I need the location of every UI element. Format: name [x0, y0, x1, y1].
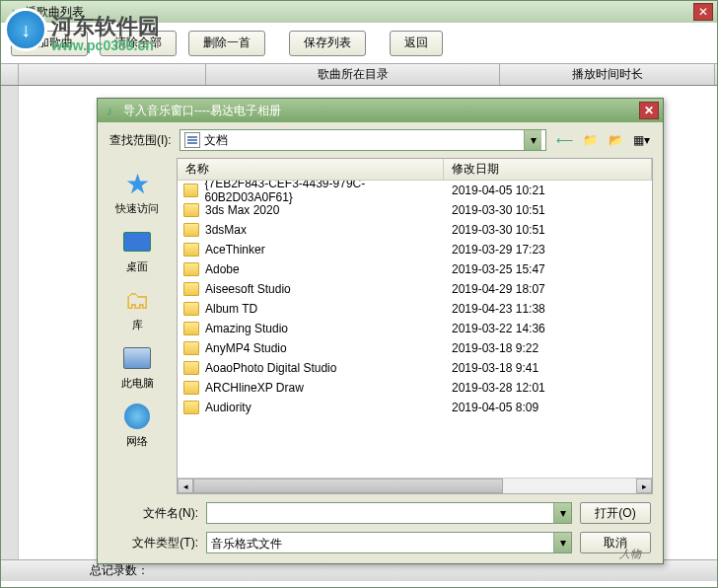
file-row[interactable]: Adobe2019-03-25 15:47 — [178, 259, 652, 279]
file-date: 2019-03-25 15:47 — [444, 262, 652, 276]
file-name: AceThinker — [205, 243, 265, 257]
col-blank[interactable] — [19, 64, 206, 85]
dialog-titlebar: ♪ 导入音乐窗口----易达电子相册 ✕ — [98, 99, 663, 122]
folder-icon — [183, 302, 199, 316]
lookin-value: 文档 — [204, 132, 520, 149]
scroll-right-icon[interactable]: ▸ — [636, 478, 652, 493]
places-sidebar: ★ 快速访问 桌面 🗂 库 此电脑 网络 — [98, 158, 177, 494]
filename-label: 文件名(N): — [109, 505, 198, 522]
file-date: 2019-04-05 10:21 — [444, 184, 652, 197]
folder-icon — [183, 184, 198, 197]
save-list-button[interactable]: 保存列表 — [289, 31, 366, 56]
file-row[interactable]: ARCHlineXP Draw2019-03-28 12:01 — [178, 378, 652, 398]
main-close-button[interactable]: ✕ — [693, 3, 713, 21]
file-date: 2019-03-22 14:36 — [444, 322, 652, 335]
file-rows: {7EB2F843-CEF3-4439-979C-60B2D03A0F61}20… — [178, 181, 652, 478]
open-button[interactable]: 打开(O) — [580, 502, 651, 524]
sidebar-item-network[interactable]: 网络 — [102, 397, 173, 453]
col-duration[interactable]: 播放时间时长 — [500, 64, 715, 85]
file-name: Amazing Studio — [205, 322, 288, 335]
file-name: {7EB2F843-CEF3-4439-979C-60B2D03A0F61} — [204, 181, 444, 204]
library-icon: 🗂 — [121, 284, 153, 316]
scroll-thumb[interactable] — [193, 478, 503, 493]
filetype-dropdown-icon[interactable]: ▾ — [553, 533, 571, 552]
filename-input[interactable]: ▾ — [206, 502, 572, 524]
computer-icon — [121, 342, 153, 374]
total-records-label: 总记录数： — [90, 562, 149, 579]
file-date: 2019-04-05 8:09 — [444, 401, 652, 414]
file-name: ARCHlineXP Draw — [205, 381, 304, 395]
file-date: 2019-03-18 9:41 — [444, 361, 652, 375]
main-titlebar: ♪ 播歌曲列表 ✕ — [1, 1, 717, 23]
file-name: AoaoPhoto Digital Studio — [205, 361, 336, 375]
horizontal-scrollbar[interactable]: ◂ ▸ — [178, 478, 652, 493]
col-index[interactable] — [1, 64, 19, 85]
desktop-icon — [121, 226, 153, 257]
file-name: 3ds Max 2020 — [205, 203, 279, 217]
file-row[interactable]: 3ds Max 20202019-03-30 10:51 — [178, 200, 652, 220]
filename-field[interactable] — [207, 503, 553, 523]
app-icon: ♪ — [5, 4, 21, 20]
chevron-down-icon[interactable]: ▾ — [524, 130, 541, 150]
up-folder-icon[interactable]: 📁 — [580, 130, 600, 150]
scroll-left-icon[interactable]: ◂ — [178, 478, 193, 493]
folder-icon — [183, 243, 199, 257]
file-row[interactable]: Amazing Studio2019-03-22 14:36 — [178, 319, 652, 338]
folder-icon — [183, 401, 199, 414]
new-folder-icon[interactable]: 📂 — [606, 130, 625, 150]
file-date: 2019-03-29 17:23 — [444, 243, 652, 257]
file-date: 2019-03-18 9:22 — [444, 341, 652, 355]
sidebar-item-libraries[interactable]: 🗂 库 — [102, 280, 173, 336]
folder-icon — [183, 381, 199, 395]
file-row[interactable]: {7EB2F843-CEF3-4439-979C-60B2D03A0F61}20… — [178, 181, 652, 200]
main-title: 播歌曲列表 — [25, 4, 84, 21]
col-directory[interactable]: 歌曲所在目录 — [206, 64, 500, 85]
file-open-dialog: ♪ 导入音乐窗口----易达电子相册 ✕ 查找范围(I): 文档 ▾ ⟵ 📁 📂… — [97, 98, 664, 564]
view-menu-icon[interactable]: ▦▾ — [631, 130, 651, 150]
file-row[interactable]: AceThinker2019-03-29 17:23 — [178, 240, 652, 259]
file-name: Aiseesoft Studio — [205, 282, 291, 296]
file-name: Album TD — [205, 302, 257, 316]
folder-icon — [183, 282, 199, 296]
delete-one-button[interactable]: 删除一首 — [188, 31, 265, 56]
sidebar-item-quickaccess[interactable]: ★ 快速访问 — [102, 164, 173, 220]
file-row[interactable]: Aiseesoft Studio2019-04-29 18:07 — [178, 279, 652, 299]
dialog-body: ★ 快速访问 桌面 🗂 库 此电脑 网络 名称 — [98, 158, 663, 494]
dialog-icon: ♪ — [102, 103, 117, 118]
dialog-close-button[interactable]: ✕ — [639, 102, 659, 119]
file-row[interactable]: Album TD2019-04-23 11:38 — [178, 299, 652, 319]
back-nav-icon[interactable]: ⟵ — [554, 130, 574, 150]
sidebar-item-thispc[interactable]: 此电脑 — [102, 338, 173, 395]
file-row[interactable]: AnyMP4 Studio2019-03-18 9:22 — [178, 338, 652, 358]
row-header-stripe — [1, 86, 19, 559]
file-row[interactable]: 3dsMax2019-03-30 10:51 — [178, 220, 652, 240]
file-date: 2019-03-30 10:51 — [444, 203, 652, 217]
lookin-label: 查找范围(I): — [109, 132, 172, 149]
file-name: AnyMP4 Studio — [205, 341, 287, 355]
dialog-title: 导入音乐窗口----易达电子相册 — [123, 103, 281, 119]
file-row[interactable]: AoaoPhoto Digital Studio2019-03-18 9:41 — [178, 358, 652, 378]
file-row[interactable]: Audiority2019-04-05 8:09 — [178, 398, 652, 417]
sidebar-item-desktop[interactable]: 桌面 — [102, 222, 173, 278]
add-song-button[interactable]: 添加歌曲 — [11, 31, 88, 56]
folder-icon — [183, 341, 199, 355]
file-name: 3dsMax — [205, 223, 247, 237]
globe-icon — [121, 401, 153, 432]
folder-icon — [183, 262, 199, 276]
file-date: 2019-04-29 18:07 — [444, 282, 652, 296]
folder-icon — [183, 361, 199, 375]
folder-icon — [183, 203, 199, 217]
file-date: 2019-03-28 12:01 — [444, 381, 652, 395]
filename-dropdown-icon[interactable]: ▾ — [553, 503, 571, 523]
table-header: 歌曲所在目录 播放时间时长 — [1, 64, 717, 86]
filetype-label: 文件类型(T): — [109, 535, 198, 551]
file-name: Audiority — [205, 401, 251, 414]
documents-icon — [184, 132, 200, 148]
clear-all-button[interactable]: 清除全部 — [100, 31, 177, 56]
col-modified[interactable]: 修改日期 — [444, 159, 652, 180]
back-button[interactable]: 返回 — [390, 31, 443, 56]
lookin-combo[interactable]: 文档 ▾ — [180, 129, 546, 151]
file-name: Adobe — [205, 262, 240, 276]
col-name[interactable]: 名称 — [178, 159, 444, 180]
filetype-combo[interactable]: 音乐格式文件 ▾ — [206, 532, 572, 553]
